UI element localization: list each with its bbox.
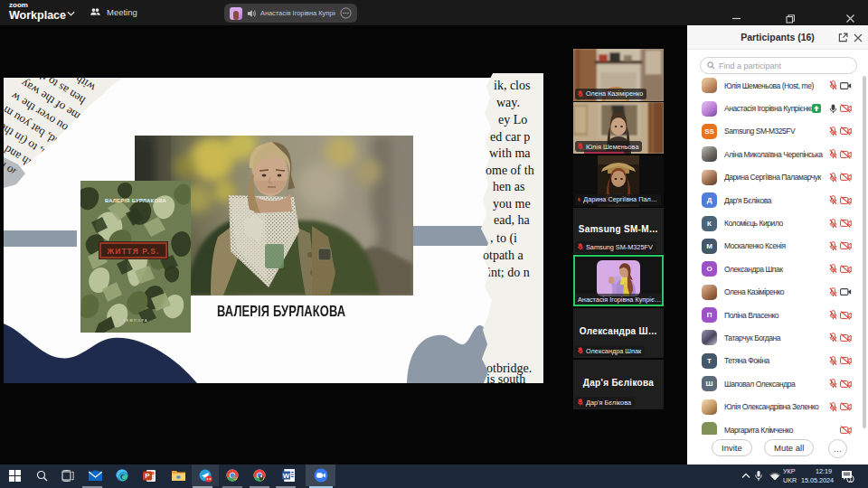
svg-text:is south: is south <box>486 372 525 383</box>
svg-text:P: P <box>145 472 150 480</box>
svg-text:1: 1 <box>849 476 853 483</box>
svg-text:way.: way. <box>496 96 520 109</box>
svg-text:ey Lo: ey Lo <box>498 113 527 127</box>
svg-text:ed car p: ed car p <box>490 130 530 144</box>
svg-text:with ma: with ma <box>489 146 531 160</box>
svg-text:ome of th: ome of th <box>486 164 534 177</box>
svg-text:you me: you me <box>493 197 531 211</box>
svg-text:ВАЛЕРІЯ БУРЛАКОВА: ВАЛЕРІЯ БУРЛАКОВА <box>105 198 166 203</box>
svg-text:otpath a: otpath a <box>483 249 524 262</box>
svg-text:ead, ha: ead, ha <box>494 213 530 227</box>
svg-text:oint; do n: oint; do n <box>481 266 530 279</box>
svg-text:hen as: hen as <box>493 180 524 193</box>
svg-text:, to (i: , to (i <box>490 231 517 246</box>
svg-text:W: W <box>283 472 290 480</box>
svg-text:ik, clos: ik, clos <box>494 79 530 92</box>
svg-text:ЖИТТЯ P.S.: ЖИТТЯ P.S. <box>107 247 160 256</box>
